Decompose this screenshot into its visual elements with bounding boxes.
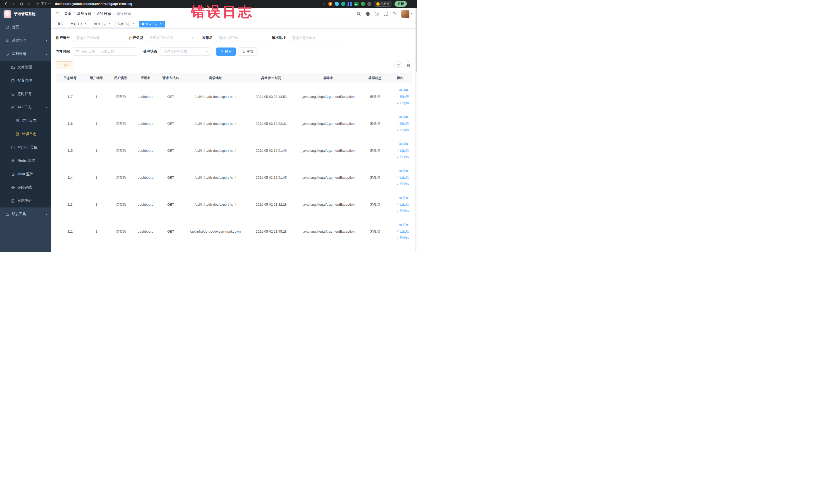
mark-processed-link[interactable]: ✓已处理	[389, 201, 409, 208]
document-icon	[11, 199, 15, 203]
warning-icon	[36, 2, 40, 6]
extension-icon[interactable]	[335, 2, 339, 6]
sidebar-item-redis-monitor[interactable]: Redis 监控	[0, 154, 51, 167]
sidebar-item-scheduled-jobs[interactable]: 定时任务	[0, 87, 51, 101]
home-icon[interactable]	[26, 1, 32, 7]
smiley-icon	[376, 2, 380, 6]
tab-error-log[interactable]: 错误日志 ×	[139, 21, 165, 27]
reset-button[interactable]: 重置	[238, 47, 258, 56]
mark-ignored-link[interactable]: ✓已忽略	[389, 208, 409, 214]
eye-icon	[399, 169, 402, 173]
detail-link[interactable]: 详细	[389, 114, 409, 120]
browser-update-button[interactable]: 更新	[394, 1, 407, 7]
tab-scheduled-jobs[interactable]: 定时任务 ×	[68, 21, 90, 27]
mark-ignored-link[interactable]: ✓已忽略	[389, 235, 409, 241]
date-range-picker[interactable]: 开始日期 - 结束日期	[73, 47, 137, 56]
sidebar-item-java-monitor[interactable]: Java 监控	[0, 167, 51, 181]
fullscreen-icon[interactable]	[383, 11, 388, 16]
bookmark-star-icon[interactable]: ☆	[322, 2, 326, 6]
extension-icon[interactable]: on	[354, 2, 359, 6]
document-edit-icon	[15, 119, 20, 123]
mark-processed-link[interactable]: ✓已处理	[389, 147, 409, 154]
reload-icon[interactable]	[18, 1, 25, 7]
extension-icon[interactable]	[348, 2, 352, 6]
github-icon[interactable]	[365, 11, 370, 16]
mark-ignored-link[interactable]: ✓已忽略	[389, 100, 409, 106]
sidebar-item-home[interactable]: 首页	[0, 21, 51, 34]
sidebar-item-tracing[interactable]: 链路追踪	[0, 181, 51, 194]
user-type-select[interactable]: 请选择用户类型 ▾	[146, 34, 196, 42]
sidebar-item-error-log[interactable]: 错误日志	[0, 127, 51, 141]
mark-ignored-link[interactable]: ✓已忽略	[389, 127, 409, 133]
check-icon: ✓	[396, 122, 399, 125]
request-url-input[interactable]	[289, 34, 339, 42]
detail-link[interactable]: 详细	[389, 222, 409, 228]
security-status[interactable]: 不安全	[36, 2, 51, 6]
detail-link[interactable]: 详细	[389, 141, 409, 147]
sidebar-item-system[interactable]: 系统管理 ▾	[0, 34, 51, 47]
help-icon[interactable]: ?	[374, 11, 380, 16]
gear-icon	[5, 39, 9, 43]
forward-icon[interactable]	[10, 1, 17, 7]
sidebar-item-api-log[interactable]: API 日志 ▴	[0, 101, 51, 114]
extension-icon[interactable]	[341, 2, 345, 6]
col-user-id: 用户编号	[84, 73, 108, 83]
mark-processed-link[interactable]: ✓已处理	[389, 174, 409, 181]
extension-icon[interactable]	[328, 2, 332, 6]
browser-menu-icon[interactable]: ⋮	[409, 2, 415, 6]
search-icon[interactable]	[356, 11, 361, 16]
user-id-label: 用户编号	[56, 36, 70, 40]
sidebar-item-config-mgmt[interactable]: 配置管理	[0, 74, 51, 87]
close-icon[interactable]: ×	[132, 22, 135, 26]
tab-home[interactable]: 首页	[55, 21, 66, 27]
breadcrumb-api-log[interactable]: API 日志	[97, 12, 111, 16]
refresh-table-button[interactable]	[394, 61, 402, 69]
scrollbar[interactable]	[415, 8, 418, 252]
font-size-icon[interactable]	[392, 11, 398, 16]
detail-link[interactable]: 详细	[389, 195, 409, 201]
eye-icon	[399, 116, 402, 119]
address-bar[interactable]: 不安全 dashboard.yudao.iocoder.cn/infra/log…	[33, 2, 321, 6]
breadcrumb-infra[interactable]: 基础设施	[77, 12, 91, 16]
column-settings-button[interactable]	[405, 61, 412, 69]
mark-processed-link[interactable]: ✓已处理	[389, 228, 409, 235]
sidebar-item-access-log[interactable]: 访问日志	[0, 114, 51, 127]
sidebar-item-infra[interactable]: 基础设施 ▴	[0, 47, 51, 61]
process-status-select[interactable]: 请选择处理状态 ▾	[160, 47, 210, 56]
sidebar-item-mysql-monitor[interactable]: MySQL 监控	[0, 141, 51, 154]
user-menu[interactable]: ▾	[401, 10, 412, 18]
hamburger-icon[interactable]	[55, 11, 60, 17]
url-text[interactable]: dashboard.yudao.iocoder.cn/infra/log/api…	[55, 2, 133, 6]
mark-processed-link[interactable]: ✓已处理	[389, 94, 409, 100]
edit-square-icon	[11, 79, 15, 83]
extension-icon[interactable]	[367, 2, 371, 6]
mark-ignored-link[interactable]: ✓已忽略	[389, 154, 409, 160]
search-button[interactable]: 搜索	[217, 47, 236, 56]
back-icon[interactable]	[3, 1, 9, 7]
tab-access-log[interactable]: 访问日志 ×	[116, 21, 138, 27]
mark-processed-link[interactable]: ✓已处理	[389, 120, 409, 127]
detail-link[interactable]: 详细	[389, 168, 409, 174]
mark-ignored-link[interactable]: ✓已忽略	[389, 181, 409, 187]
eye-icon	[399, 223, 402, 226]
close-icon[interactable]: ×	[84, 22, 87, 26]
close-icon[interactable]: ×	[108, 22, 111, 26]
close-icon[interactable]: ×	[159, 22, 162, 26]
export-button[interactable]: 导出	[56, 61, 73, 69]
avatar	[401, 10, 409, 18]
tab-schedule-log[interactable]: 调度日志 ×	[91, 21, 114, 27]
extension-icon[interactable]	[361, 2, 365, 6]
sidebar-item-devtools[interactable]: 研发工具 ▾	[0, 207, 51, 221]
dashboard-icon	[5, 25, 9, 29]
paused-extension-badge[interactable]: 已暂停	[374, 1, 392, 7]
scrollbar-thumb[interactable]	[416, 8, 418, 73]
app-name-input[interactable]	[216, 34, 266, 42]
table-row: 117 1 管理员 dashboard GET /api/infra/db-do…	[56, 83, 412, 110]
request-url-label: 请求地址	[272, 36, 286, 40]
user-id-input[interactable]	[73, 34, 123, 42]
breadcrumb-home[interactable]: 首页	[64, 12, 72, 16]
sidebar-item-log-center[interactable]: 日志中心	[0, 194, 51, 207]
detail-link[interactable]: 详细	[389, 87, 409, 94]
browser-actions: ☆ on 已暂停 更新 ⋮	[322, 1, 415, 7]
sidebar-item-file-mgmt[interactable]: 文件管理	[0, 61, 51, 74]
